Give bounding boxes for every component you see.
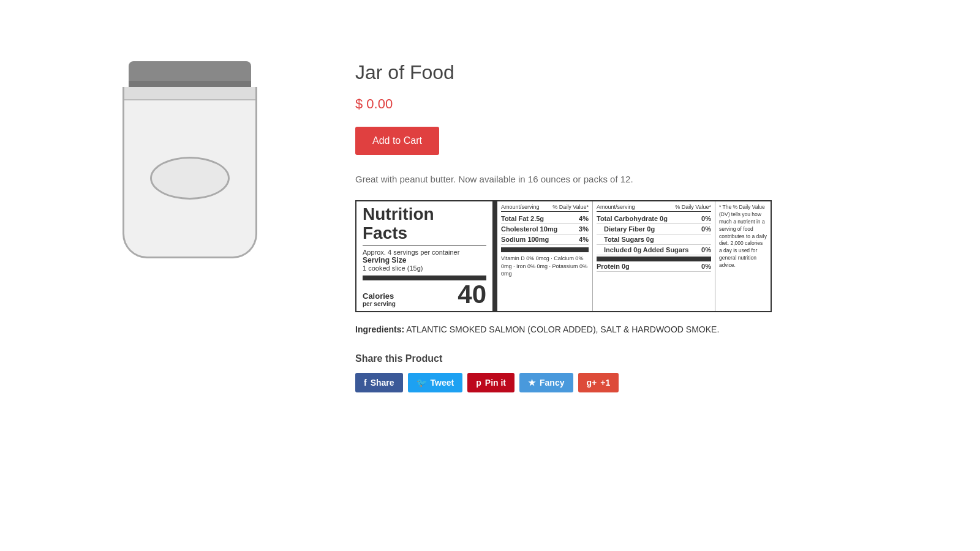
share-fancy-button[interactable]: ★ Fancy	[519, 373, 573, 392]
nutrition-row-sugars: Total Sugars 0g	[597, 234, 711, 245]
nutrition-row-added-sugars: Included 0g Added Sugars 0%	[597, 245, 711, 255]
nutrition-title: Nutrition Facts	[363, 205, 486, 243]
share-buttons: f Share 🐦 Tweet p Pin it ★ Fancy g+ +	[355, 373, 907, 392]
fancy-icon: ★	[528, 378, 536, 388]
nutrition-serving-size: Serving Size 1 cooked slice (15g)	[363, 256, 486, 272]
jar-illustration	[110, 61, 270, 269]
ingredients-text: Ingredients: ATLANTIC SMOKED SALMON (COL…	[355, 323, 907, 336]
add-to-cart-button[interactable]: Add to Cart	[355, 127, 439, 155]
nutrition-vitamins: Vitamin D 0% 0mcg · Calcium 0% 0mg · Iro…	[501, 247, 589, 278]
nutrition-row-protein: Protein 0g 0%	[597, 257, 711, 272]
page-container: Jar of Food $ 0.00 Add to Cart Great wit…	[0, 0, 980, 441]
share-title: Share this Product	[355, 353, 907, 364]
product-description: Great with peanut butter. Now available …	[355, 172, 907, 187]
share-section: Share this Product f Share 🐦 Tweet p Pin…	[355, 353, 907, 392]
nutrition-facts-panel: Nutrition Facts Approx. 4 servings per c…	[355, 200, 772, 312]
googleplus-icon: g+	[587, 378, 597, 388]
share-googleplus-button[interactable]: g+ +1	[578, 373, 619, 392]
share-pinterest-button[interactable]: p Pin it	[467, 373, 514, 392]
nutrition-row-fiber: Dietary Fiber 0g 0%	[597, 224, 711, 234]
facebook-icon: f	[364, 378, 367, 388]
pinterest-icon: p	[476, 378, 481, 388]
share-twitter-button[interactable]: 🐦 Tweet	[408, 373, 463, 392]
twitter-icon: 🐦	[417, 378, 427, 388]
share-facebook-button[interactable]: f Share	[355, 373, 403, 392]
nutrition-calories-label: Calories per serving 40	[363, 276, 486, 307]
product-details-col: Jar of Food $ 0.00 Add to Cart Great wit…	[355, 49, 907, 392]
jar-label-oval	[150, 157, 230, 200]
nutrition-servings: Approx. 4 servings per container	[363, 246, 486, 256]
nutrition-row-cholesterol: Cholesterol 10mg 3%	[501, 224, 589, 234]
jar-lid	[129, 61, 251, 87]
nutrition-footnote: * The % Daily Value (DV) tells you how m…	[715, 201, 771, 311]
product-image-col	[74, 49, 306, 269]
nutrition-row-fat: Total Fat 2.5g 4%	[501, 214, 589, 224]
nutrition-row-carb: Total Carbohydrate 0g 0%	[597, 214, 711, 224]
nutrition-middle-col: Amount/serving % Daily Value* Total Fat …	[497, 201, 593, 311]
product-title: Jar of Food	[355, 61, 907, 84]
jar-body	[123, 87, 257, 258]
nutrition-row-sodium: Sodium 100mg 4%	[501, 234, 589, 245]
nutrition-right-col: Amount/serving % Daily Value* Total Carb…	[593, 201, 715, 311]
nutrition-left-col: Nutrition Facts Approx. 4 servings per c…	[356, 201, 497, 311]
product-price: $ 0.00	[355, 96, 907, 112]
